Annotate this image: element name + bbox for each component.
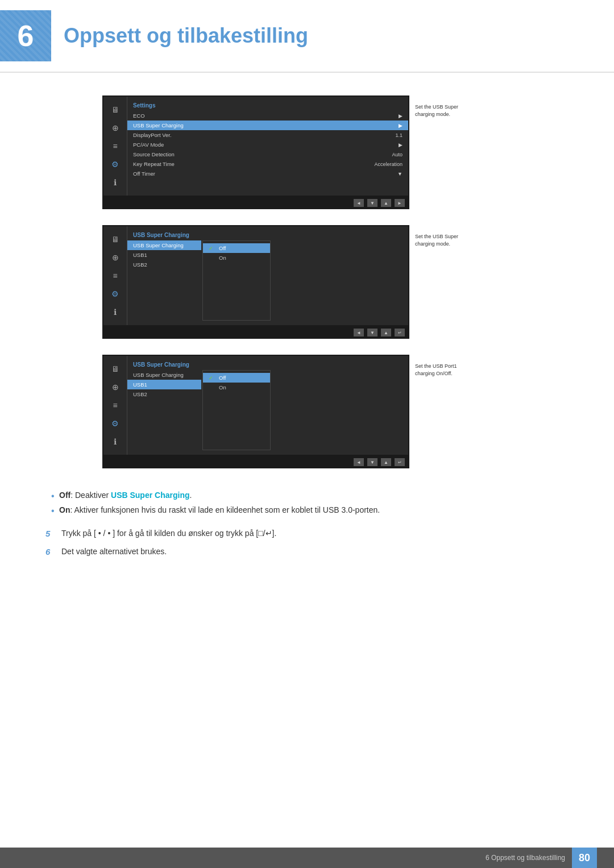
submenu-on-3[interactable]: On: [203, 383, 270, 392]
monitor-wrapper-3: 🖥 ⊕ ≡ ⚙ ℹ USB Super Charging USB Super C…: [102, 355, 409, 468]
nav-up-2[interactable]: ▲: [381, 329, 391, 337]
bullet-off-highlight: USB Super Charging: [111, 491, 189, 500]
menu-item-pcav[interactable]: PC/AV Mode ▶: [127, 140, 408, 149]
nav-left-2[interactable]: ◄: [354, 329, 364, 337]
monitor-menu-2: USB Super Charging USB Super Charging US…: [127, 226, 408, 325]
menu-item-eco[interactable]: ECO ▶: [127, 111, 408, 121]
chapter-badge: 6: [0, 10, 51, 61]
monitor-icon-display: 🖥: [109, 105, 122, 115]
menu-item-usb1-3[interactable]: USB1: [127, 380, 201, 389]
nav-down-3[interactable]: ▼: [367, 458, 377, 466]
nav-bar-2: ◄ ▼ ▲ ↵: [102, 326, 409, 339]
menu-item-usb-charging[interactable]: USB Super Charging ▶: [127, 121, 408, 130]
nav-left-1[interactable]: ◄: [354, 199, 364, 207]
monitor-body-2: 🖥 ⊕ ≡ ⚙ ℹ USB Super Charging USB Super C…: [102, 225, 409, 326]
tooltip-1: Set the USB Super charging mode.: [409, 95, 483, 209]
main-menu-3: USB Super Charging USB1 USB2: [127, 370, 201, 450]
menu-item-usb-sc-2[interactable]: USB Super Charging: [127, 240, 201, 250]
nav-bar-3: ◄ ▼ ▲ ↵: [102, 456, 409, 468]
submenu-2: ✓ Off On: [202, 240, 271, 321]
footer-page-number: 80: [572, 848, 597, 868]
monitor-icon-info-3: ℹ: [109, 437, 122, 447]
monitor-icon-menu-2: ≡: [109, 271, 122, 281]
monitor-icon-info: ℹ: [109, 177, 122, 188]
menu-content-row-2: USB Super Charging USB1 USB2: [127, 240, 408, 321]
step-6-number: 6: [45, 545, 56, 559]
monitor-body-3: 🖥 ⊕ ≡ ⚙ ℹ USB Super Charging USB Super C…: [102, 355, 409, 456]
nav-down-2[interactable]: ▼: [367, 329, 377, 337]
nav-enter-3[interactable]: ↵: [395, 458, 405, 466]
step-5-number: 5: [45, 527, 56, 541]
tooltip-2: Set the USB Super charging mode.: [409, 225, 483, 339]
menu-item-usb2-2[interactable]: USB2: [127, 260, 201, 269]
step-5-text: Trykk på [ • / • ] for å gå til kilden d…: [61, 527, 276, 541]
menu-item-offtimer[interactable]: Off Timer ▼: [127, 169, 408, 178]
nav-up-1[interactable]: ▲: [381, 199, 391, 207]
submenu-on-2[interactable]: On: [203, 253, 270, 263]
bullet-off-colon: : Deaktiver: [70, 491, 111, 500]
monitor-icon-settings-3: ⚙: [109, 418, 122, 429]
screenshot-1: 🖥 ⊕ ≡ ⚙ ℹ Settings ECO ▶ USB Super C: [102, 95, 512, 209]
bullet-off-bold: Off: [59, 491, 70, 500]
sidebar-icons-3: 🖥 ⊕ ≡ ⚙ ℹ: [103, 356, 127, 455]
submenu-off-3[interactable]: ✓ Off: [203, 373, 270, 383]
bullet-on: On: Aktiver funksjonen hvis du raskt vil…: [51, 504, 580, 516]
bullet-off-period: .: [190, 491, 192, 500]
monitor-icon-adjust: ⊕: [109, 123, 122, 133]
bullet-off: Off: Deaktiver USB Super Charging.: [51, 489, 580, 501]
monitor-icon-adjust-3: ⊕: [109, 382, 122, 392]
menu-title-1: Settings: [127, 101, 408, 111]
content-area: 🖥 ⊕ ≡ ⚙ ℹ Settings ECO ▶ USB Super C: [0, 95, 614, 559]
monitor-menu-1: Settings ECO ▶ USB Super Charging ▶ Disp…: [127, 97, 408, 196]
bullet-on-bold: On: [59, 505, 70, 514]
page-title: Oppsett og tilbakestilling: [64, 24, 308, 48]
monitor-icon-display-3: 🖥: [109, 364, 122, 374]
nav-left-3[interactable]: ◄: [354, 458, 364, 466]
sidebar-icons-2: 🖥 ⊕ ≡ ⚙ ℹ: [103, 226, 127, 325]
sidebar-icons-1: 🖥 ⊕ ≡ ⚙ ℹ: [103, 97, 127, 196]
menu-item-usb-sc-3[interactable]: USB Super Charging: [127, 370, 201, 380]
monitor-icon-settings-2: ⚙: [109, 289, 122, 299]
step-6: 6 Det valgte alternativet brukes.: [34, 545, 580, 559]
menu-item-keyrepeat[interactable]: Key Repeat Time Acceleration: [127, 159, 408, 169]
main-menu-2: USB Super Charging USB1 USB2: [127, 240, 201, 321]
bullet-list: Off: Deaktiver USB Super Charging. On: A…: [34, 489, 580, 517]
page-footer: 6 Oppsett og tilbakestilling 80: [0, 848, 614, 868]
monitor-icon-menu-3: ≡: [109, 400, 122, 410]
menu-title-2: USB Super Charging: [127, 231, 408, 240]
monitor-icon-display-2: 🖥: [109, 234, 122, 244]
monitor-wrapper-2: 🖥 ⊕ ≡ ⚙ ℹ USB Super Charging USB Super C…: [102, 225, 409, 339]
menu-item-usb2-3[interactable]: USB2: [127, 389, 201, 399]
page-header: 6 Oppsett og tilbakestilling: [0, 0, 614, 73]
screenshot-2: 🖥 ⊕ ≡ ⚙ ℹ USB Super Charging USB Super C…: [102, 225, 512, 339]
menu-item-displayport[interactable]: DisplayPort Ver. 1.1: [127, 130, 408, 140]
monitor-icon-info-2: ℹ: [109, 307, 122, 317]
screenshots-container: 🖥 ⊕ ≡ ⚙ ℹ Settings ECO ▶ USB Super C: [34, 95, 580, 468]
screenshot-3: 🖥 ⊕ ≡ ⚙ ℹ USB Super Charging USB Super C…: [102, 355, 512, 468]
menu-title-3: USB Super Charging: [127, 360, 408, 370]
menu-item-source[interactable]: Source Detection Auto: [127, 149, 408, 159]
monitor-icon-menu: ≡: [109, 141, 122, 151]
step-5: 5 Trykk på [ • / • ] for å gå til kilden…: [34, 527, 580, 541]
step-6-text: Det valgte alternativet brukes.: [61, 545, 167, 559]
monitor-icon-settings: ⚙: [109, 159, 122, 169]
nav-up-3[interactable]: ▲: [381, 458, 391, 466]
footer-chapter-label: 6 Oppsett og tilbakestilling: [486, 854, 565, 862]
submenu-3: ✓ Off On: [202, 370, 271, 450]
monitor-wrapper-1: 🖥 ⊕ ≡ ⚙ ℹ Settings ECO ▶ USB Super C: [102, 95, 409, 209]
nav-enter-2[interactable]: ↵: [395, 329, 405, 337]
monitor-icon-adjust-2: ⊕: [109, 252, 122, 263]
bullet-on-text: : Aktiver funksjonen hvis du raskt vil l…: [70, 505, 380, 514]
monitor-menu-3: USB Super Charging USB Super Charging US…: [127, 356, 408, 455]
nav-bar-1: ◄ ▼ ▲ ►: [102, 197, 409, 209]
menu-content-row-3: USB Super Charging USB1 USB2: [127, 370, 408, 450]
submenu-off-2[interactable]: ✓ Off: [203, 243, 270, 253]
tooltip-3: Set the USB Port1 charging On/Off.: [409, 355, 483, 468]
nav-right-1[interactable]: ►: [395, 199, 405, 207]
nav-down-1[interactable]: ▼: [367, 199, 377, 207]
menu-item-usb1-2[interactable]: USB1: [127, 250, 201, 260]
monitor-body-1: 🖥 ⊕ ≡ ⚙ ℹ Settings ECO ▶ USB Super C: [102, 95, 409, 197]
